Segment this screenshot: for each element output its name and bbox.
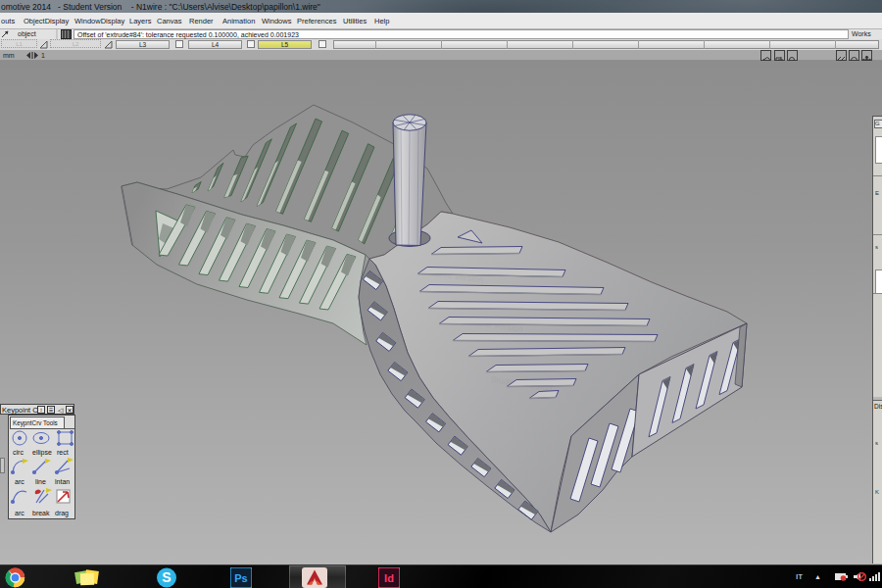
svg-text:break: break	[32, 510, 50, 516]
svg-text:arc: arc	[15, 510, 24, 516]
svg-text:lntan: lntan	[55, 478, 70, 485]
svg-text:Ps: Ps	[234, 572, 247, 584]
svg-text:drag: drag	[55, 510, 69, 517]
svg-text:Id: Id	[384, 572, 394, 584]
svg-text:line: line	[35, 478, 46, 485]
svg-text:S: S	[162, 569, 171, 585]
svg-text:rect: rect	[57, 449, 69, 456]
svg-text:ellipse: ellipse	[32, 449, 52, 457]
svg-text:circ: circ	[13, 449, 24, 456]
svg-text:arc: arc	[15, 478, 24, 485]
